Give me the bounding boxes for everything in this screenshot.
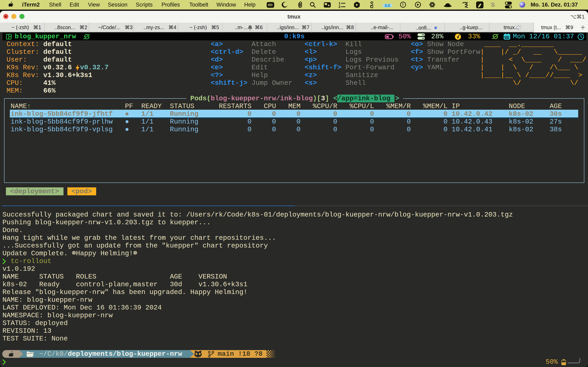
svg-text:S: S bbox=[491, 1, 495, 8]
svg-text:!: ! bbox=[402, 2, 404, 7]
svg-text:2: 2 bbox=[338, 5, 340, 9]
